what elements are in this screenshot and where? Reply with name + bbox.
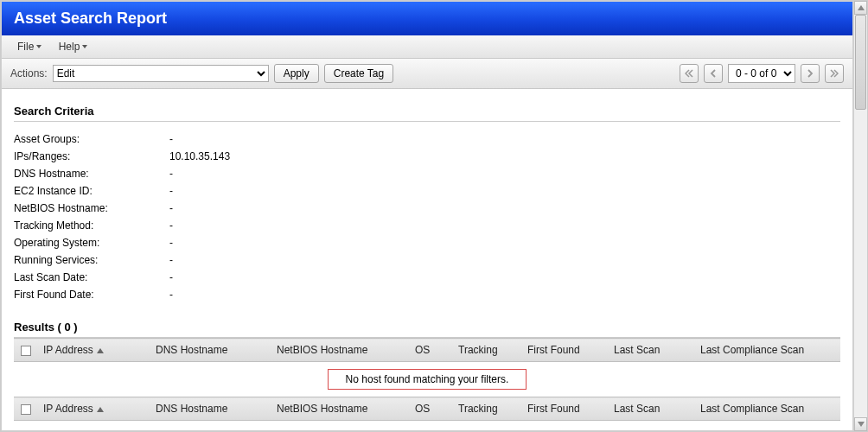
criteria-key: NetBIOS Hostname: <box>14 202 169 214</box>
criteria-value: - <box>169 254 173 266</box>
next-page-button[interactable] <box>801 64 820 83</box>
toolbar: Actions: Edit Apply Create Tag 0 - 0 of … <box>2 59 852 89</box>
criteria-row: IPs/Ranges:10.10.35.143 <box>14 148 840 165</box>
menu-help-label: Help <box>59 41 80 53</box>
scroll-down-button[interactable] <box>854 417 867 431</box>
empty-row: No host found matching your filters. <box>14 362 840 397</box>
actions-select[interactable]: Edit <box>53 65 269 82</box>
col-os[interactable]: OS <box>408 397 451 421</box>
menu-file-label: File <box>17 41 34 53</box>
col-checkbox-header[interactable] <box>14 339 36 362</box>
criteria-value: - <box>169 202 173 214</box>
criteria-key: EC2 Instance ID: <box>14 185 169 197</box>
scrollbar-track[interactable] <box>854 15 867 417</box>
col-dns[interactable]: DNS Hostname <box>149 397 270 421</box>
criteria-row: EC2 Instance ID:- <box>14 182 840 200</box>
criteria-row: Running Services:- <box>14 251 840 269</box>
col-last-scan[interactable]: Last Scan <box>607 397 693 421</box>
sort-asc-icon <box>97 407 104 412</box>
col-netbios[interactable]: NetBIOS Hostname <box>270 339 408 362</box>
col-ip[interactable]: IP Address <box>36 339 149 362</box>
col-netbios[interactable]: NetBIOS Hostname <box>270 397 408 421</box>
criteria-key: IPs/Ranges: <box>14 150 169 162</box>
criteria-value: - <box>169 219 173 232</box>
criteria-value: - <box>169 168 173 180</box>
criteria-key: Tracking Method: <box>14 219 169 232</box>
criteria-key: Last Scan Date: <box>14 271 169 283</box>
col-dns[interactable]: DNS Hostname <box>149 339 270 362</box>
menu-bar: File Help <box>2 35 852 59</box>
col-first-found[interactable]: First Found <box>520 397 607 421</box>
criteria-key: Asset Groups: <box>14 133 169 145</box>
criteria-row: Last Scan Date:- <box>14 269 840 286</box>
col-os[interactable]: OS <box>408 339 451 362</box>
app-inner: Asset Search Report File Help Actions: E… <box>1 1 853 431</box>
criteria-value: - <box>169 289 173 301</box>
apply-button[interactable]: Apply <box>274 64 319 83</box>
scroll-up-button[interactable] <box>854 1 867 15</box>
col-last-compliance[interactable]: Last Compliance Scan <box>693 397 840 421</box>
criteria-value: 10.10.35.143 <box>169 150 230 162</box>
col-checkbox-footer[interactable] <box>14 397 36 421</box>
results-grid: IP Address DNS Hostname NetBIOS Hostname… <box>14 338 840 421</box>
chevron-down-icon <box>36 45 41 48</box>
last-page-icon <box>830 69 839 78</box>
col-first-found[interactable]: First Found <box>520 339 607 362</box>
empty-message: No host found matching your filters. <box>328 369 527 390</box>
col-last-compliance[interactable]: Last Compliance Scan <box>693 339 840 362</box>
chevron-down-icon <box>858 422 865 427</box>
create-tag-button[interactable]: Create Tag <box>324 64 393 83</box>
col-last-scan[interactable]: Last Scan <box>607 339 693 362</box>
criteria-key: First Found Date: <box>14 289 169 301</box>
scrollbar-thumb[interactable] <box>855 15 866 110</box>
app-window: Asset Search Report File Help Actions: E… <box>0 0 868 432</box>
criteria-title: Search Criteria <box>14 105 840 122</box>
criteria-row: First Found Date:- <box>14 286 840 303</box>
first-page-button[interactable] <box>680 64 699 83</box>
results-title: Results ( 0 ) <box>14 303 840 338</box>
criteria-value: - <box>169 185 173 197</box>
checkbox-icon[interactable] <box>21 346 31 356</box>
chevron-left-icon <box>710 69 717 78</box>
col-ip-label: IP Address <box>43 344 93 356</box>
criteria-row: Asset Groups:- <box>14 130 840 148</box>
col-tracking[interactable]: Tracking <box>451 339 520 362</box>
sort-asc-icon <box>97 348 104 353</box>
page-range-select[interactable]: 0 - 0 of 0 <box>728 64 795 83</box>
criteria-table: Asset Groups:- IPs/Ranges:10.10.35.143 D… <box>14 130 840 303</box>
table-header-row: IP Address DNS Hostname NetBIOS Hostname… <box>14 339 840 362</box>
criteria-key: DNS Hostname: <box>14 168 169 180</box>
col-tracking[interactable]: Tracking <box>451 397 520 421</box>
vertical-scrollbar[interactable] <box>853 1 867 431</box>
actions-label: Actions: <box>10 67 48 79</box>
criteria-value: - <box>169 271 173 283</box>
menu-help[interactable]: Help <box>52 39 95 54</box>
criteria-row: DNS Hostname:- <box>14 165 840 182</box>
criteria-key: Running Services: <box>14 254 169 266</box>
criteria-key: Operating System: <box>14 237 169 249</box>
criteria-row: Operating System:- <box>14 234 840 251</box>
chevron-down-icon <box>82 45 87 48</box>
criteria-row: Tracking Method:- <box>14 217 840 234</box>
chevron-right-icon <box>807 69 814 78</box>
menu-file[interactable]: File <box>10 39 48 54</box>
criteria-row: NetBIOS Hostname:- <box>14 200 840 217</box>
first-page-icon <box>685 69 693 78</box>
chevron-up-icon <box>858 5 865 10</box>
criteria-value: - <box>169 133 173 145</box>
checkbox-icon[interactable] <box>21 404 31 415</box>
last-page-button[interactable] <box>825 64 844 83</box>
page-title: Asset Search Report <box>2 2 852 35</box>
col-ip[interactable]: IP Address <box>36 397 149 421</box>
content-area: Search Criteria Asset Groups:- IPs/Range… <box>2 89 852 429</box>
table-footer-row: IP Address DNS Hostname NetBIOS Hostname… <box>14 397 840 421</box>
criteria-value: - <box>169 237 173 249</box>
col-ip-label: IP Address <box>43 403 93 415</box>
prev-page-button[interactable] <box>704 64 723 83</box>
